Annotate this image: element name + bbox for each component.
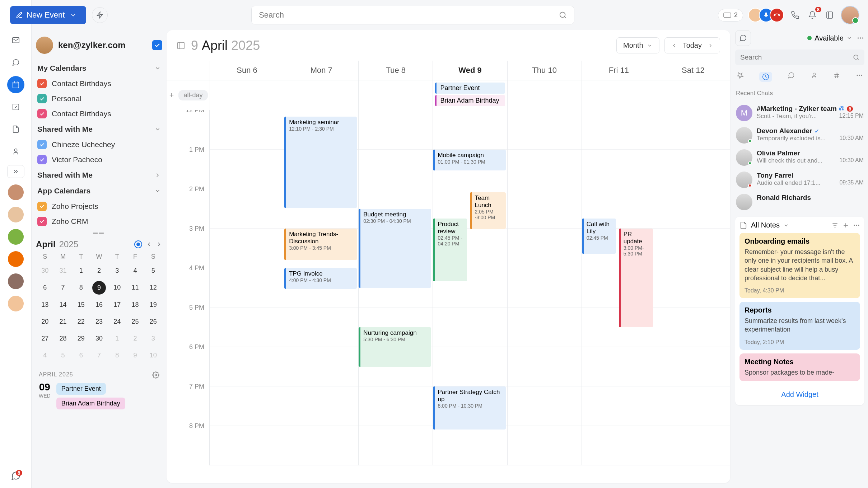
- day-header[interactable]: Wed 9: [433, 61, 507, 80]
- day-header[interactable]: Tue 8: [358, 61, 433, 80]
- rail-user-avatar[interactable]: [8, 229, 24, 245]
- day-column[interactable]: Budget meeting02:30 PM - 04:30 PMNurturi…: [358, 110, 433, 465]
- calendar-event[interactable]: TPG Invoice4:00 PM - 4:30 PM: [284, 268, 357, 289]
- profile-avatar[interactable]: [841, 6, 859, 24]
- calendar-nav-icon[interactable]: [7, 76, 24, 93]
- chats-tab-icon[interactable]: [788, 72, 795, 82]
- calendar-item[interactable]: Personal: [36, 91, 162, 106]
- group-my-calendars[interactable]: My Calendars: [36, 60, 162, 76]
- calendar-item[interactable]: Zoho Projects: [36, 199, 162, 214]
- chat-item[interactable]: Devon Alexander✓Temporarily excluded is.…: [735, 124, 864, 146]
- mini-cal-day[interactable]: 21: [54, 315, 72, 328]
- chat-item[interactable]: Olivia PalmerWill check this out and...1…: [735, 146, 864, 169]
- day-header[interactable]: Sat 12: [656, 61, 730, 80]
- agenda-event-chip[interactable]: Brian Adam Birthday: [56, 398, 125, 409]
- group-shared-with-me[interactable]: Shared with Me: [36, 121, 162, 137]
- mini-next-icon[interactable]: [156, 241, 162, 248]
- mini-cal-day[interactable]: 2: [90, 264, 108, 277]
- mini-cal-day[interactable]: 4: [36, 349, 54, 362]
- mini-cal-day[interactable]: 10: [144, 349, 162, 362]
- chevron-down-icon[interactable]: [783, 222, 789, 228]
- mini-cal-day[interactable]: 6: [72, 349, 90, 362]
- jump-to-today-icon[interactable]: [134, 240, 142, 248]
- mini-cal-day[interactable]: 27: [36, 332, 54, 345]
- more-icon[interactable]: [853, 222, 860, 229]
- calendar-event[interactable]: PR update3:00 PM- 5:30 PM: [619, 229, 653, 327]
- rail-user-avatar[interactable]: [8, 273, 24, 289]
- calendar-event[interactable]: Partner Strategy Catch up8:00 PM - 10:30…: [433, 386, 505, 430]
- tasks-nav-icon[interactable]: [7, 98, 24, 116]
- mini-cal-day[interactable]: 20: [36, 315, 54, 328]
- bell-icon[interactable]: 8: [806, 9, 818, 21]
- chat-nav-icon[interactable]: [7, 54, 24, 71]
- mini-cal-day[interactable]: 18: [126, 298, 144, 311]
- day-column[interactable]: [210, 110, 284, 465]
- calendar-event[interactable]: Budget meeting02:30 PM - 04:30 PM: [359, 209, 431, 288]
- mail-icon[interactable]: [7, 32, 24, 49]
- account-checkbox[interactable]: [152, 40, 162, 50]
- add-note-icon[interactable]: [842, 222, 849, 229]
- mini-cal-day[interactable]: 2: [126, 332, 144, 345]
- mini-cal-day[interactable]: 8: [72, 281, 90, 295]
- group-app-calendars[interactable]: App Calendars: [36, 183, 162, 199]
- mini-cal-day[interactable]: 11: [126, 281, 144, 295]
- availability-status[interactable]: Available: [807, 34, 852, 42]
- calendar-event[interactable]: Mobile campaign01:00 PM - 01:30 PM: [433, 150, 505, 170]
- mini-cal-day[interactable]: 12: [144, 281, 162, 295]
- mini-cal-day[interactable]: 7: [90, 349, 108, 362]
- toggle-sidebar-icon[interactable]: [177, 41, 185, 50]
- day-header[interactable]: Thu 10: [507, 61, 582, 80]
- day-column[interactable]: [656, 110, 730, 465]
- recent-tab-icon[interactable]: [759, 72, 772, 82]
- chat-search[interactable]: [735, 50, 864, 65]
- calendar-item[interactable]: Contact Birthdays: [36, 76, 162, 91]
- mini-cal-day[interactable]: 22: [72, 315, 90, 328]
- allday-event[interactable]: Partner Event: [435, 83, 505, 94]
- date-nav[interactable]: Today: [664, 37, 720, 53]
- day-column[interactable]: [507, 110, 582, 465]
- mini-cal-day[interactable]: 5: [54, 349, 72, 362]
- allday-cell[interactable]: [582, 80, 656, 110]
- rail-user-avatar[interactable]: [8, 251, 24, 267]
- calendar-event[interactable]: Product review02:45 PM - 04:20 PM: [433, 219, 467, 281]
- allday-cell[interactable]: [656, 80, 730, 110]
- day-header[interactable]: Fri 11: [582, 61, 656, 80]
- day-header[interactable]: Mon 7: [284, 61, 358, 80]
- day-column[interactable]: Mobile campaign01:00 PM - 01:30 PMTeam L…: [433, 110, 507, 465]
- account-avatar[interactable]: [36, 37, 53, 54]
- mini-cal-day[interactable]: 29: [72, 332, 90, 345]
- rail-user-avatar[interactable]: [8, 207, 24, 222]
- more-icon[interactable]: [857, 34, 864, 42]
- pin-tab-icon[interactable]: [737, 72, 744, 82]
- mini-cal-day[interactable]: 30: [36, 264, 54, 277]
- chat-item[interactable]: Tony FarrelAudio call ended 17:1...09:35…: [735, 169, 864, 191]
- filter-icon[interactable]: [831, 222, 839, 229]
- notes-header[interactable]: All Notes: [751, 221, 780, 229]
- calendar-item[interactable]: Victor Pacheco: [36, 152, 162, 167]
- calendar-event[interactable]: Call with Lily02:45 PM: [582, 219, 616, 254]
- day-column[interactable]: Marketing seminar12:10 PM - 2:30 PMMarke…: [284, 110, 358, 465]
- mini-cal-day[interactable]: 9: [126, 349, 144, 362]
- add-icon[interactable]: [168, 92, 175, 98]
- search-bar[interactable]: [251, 6, 574, 24]
- mini-cal-day[interactable]: 3: [108, 264, 126, 277]
- mini-prev-icon[interactable]: [146, 241, 152, 248]
- resize-handle[interactable]: ══: [36, 229, 162, 236]
- mini-cal-day[interactable]: 6: [36, 281, 54, 295]
- mini-cal-day[interactable]: 17: [108, 298, 126, 311]
- files-nav-icon[interactable]: [7, 121, 24, 138]
- allday-cell[interactable]: [507, 80, 582, 110]
- view-switcher[interactable]: Month: [616, 37, 659, 53]
- chat-item[interactable]: M#Marketing - Zylker team@8Scott - Team,…: [735, 102, 864, 124]
- channels-tab-icon[interactable]: [833, 72, 840, 82]
- calendar-item[interactable]: Zoho CRM: [36, 214, 162, 229]
- allday-event[interactable]: Brian Adam Birthday: [435, 95, 505, 106]
- day-header[interactable]: Sun 6: [210, 61, 284, 80]
- chat-item[interactable]: Ronald Richards: [735, 191, 864, 213]
- mini-cal-day[interactable]: 14: [54, 298, 72, 311]
- mini-cal-day[interactable]: 28: [54, 332, 72, 345]
- hangup-button[interactable]: [770, 8, 784, 22]
- phone-icon[interactable]: [789, 9, 801, 21]
- search-input[interactable]: [259, 10, 559, 20]
- gear-icon[interactable]: [152, 371, 159, 379]
